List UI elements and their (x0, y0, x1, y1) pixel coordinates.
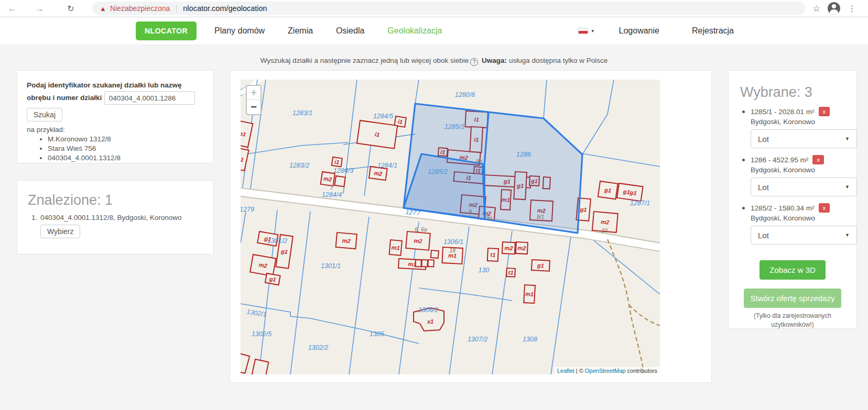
leaflet-map[interactable]: + − Leaflet | © OpenStreetMap contributo… (241, 80, 660, 374)
osm-link[interactable]: OpenStreetMap (585, 368, 626, 374)
address-number-label: 9 (469, 208, 472, 215)
parcel-number-label: 1283/1 (292, 109, 312, 117)
parcel-type-select[interactable]: Lot▼ (751, 178, 857, 196)
remove-parcel-button[interactable]: x (812, 155, 824, 164)
language-selector[interactable]: ▼ (578, 28, 595, 34)
address-number-label: 9/1 (537, 214, 545, 220)
forward-icon[interactable]: → (31, 3, 47, 14)
map-building (431, 250, 439, 258)
svg-text:g1: g1 (268, 275, 277, 283)
url-text: nlocator.com/geolocation (183, 4, 267, 13)
parcel-label: 1285/2 - 1580.34 m² (751, 204, 815, 212)
register-link[interactable]: Rejestracja (692, 26, 734, 36)
map-panel: + − Leaflet | © OpenStreetMap contributo… (230, 70, 712, 383)
address-number-label: 9b (476, 158, 482, 164)
svg-text:g1: g1 (537, 262, 544, 269)
nav-item-geolokalizacja[interactable]: Geolokalizacja (387, 26, 442, 36)
browser-menu-icon[interactable]: ⋮ (848, 4, 856, 14)
results-panel: Znalezione: 1 040304_4.0001.1312/8, Bydg… (17, 180, 214, 254)
brand-button[interactable]: NLOCATOR (136, 21, 197, 40)
svg-text:g1: g1 (579, 206, 587, 213)
poland-flag-icon (578, 28, 588, 34)
parcel-id-input[interactable] (104, 91, 195, 105)
parcel-number-label: 1283/2 (289, 162, 309, 169)
selected-parcel-item: 1285/2 - 1580.34 m²xBydgoski, KoronowoLo… (751, 203, 846, 245)
map-building: m2 (516, 242, 528, 254)
search-panel: Podaj identyfikator szukanej działki lub… (17, 70, 214, 163)
svg-text:g1: g1 (604, 186, 612, 194)
profile-avatar[interactable] (828, 2, 840, 15)
svg-text:x1: x1 (427, 318, 433, 325)
not-secure-label: Niezabezpieczona (110, 4, 170, 13)
map-building: g1 (598, 181, 618, 199)
parcel-label: 1285/1 - 2028.01 m² (751, 108, 815, 116)
zoom-in-button[interactable]: + (247, 86, 261, 100)
selected-parcel-item: 1285/1 - 2028.01 m²xBydgoski, KoronowoLo… (751, 107, 846, 148)
remove-parcel-button[interactable]: x (819, 203, 830, 213)
map-building: g1 (531, 260, 550, 271)
nav-item-plany-dom-w[interactable]: Plany domów (214, 26, 265, 36)
create-offer-button[interactable]: Stwórz ofertę sprzedaży (744, 289, 842, 308)
parcel-number-label: 1285/1 (444, 123, 464, 130)
parcel-number-label: 130 (479, 267, 490, 274)
examples-list: M.Koronowo 1312/8Stara Wieś 756040304_4.… (48, 135, 204, 162)
parcel-number-label: 1302/5 (252, 330, 272, 338)
nav-item-osiedla[interactable]: Osiedla (336, 26, 364, 36)
parcel-number-label: 1287/1 (630, 200, 650, 207)
bookmark-star-icon[interactable]: ☆ (812, 3, 820, 14)
parcel-type-select[interactable]: Lot▼ (751, 129, 857, 148)
map-zoom-control: + − (246, 85, 262, 115)
svg-text:t1: t1 (508, 269, 513, 275)
parcel-number-label: 1301/1 (321, 262, 341, 270)
url-bar[interactable]: ▲ Niezabezpieczona nlocator.com/geolocat… (92, 2, 805, 15)
example-item: M.Koronowo 1312/8 (48, 135, 204, 144)
select-result-button[interactable]: Wybierz (40, 225, 80, 238)
parcel-number-label: 1308 (523, 336, 537, 343)
results-list: 040304_4.0001.1312/8, Bydgoski, Koronowo… (39, 214, 204, 238)
not-secure-warning-icon: ▲ (100, 5, 106, 13)
leaflet-link[interactable]: Leaflet (557, 368, 574, 374)
svg-text:m2: m2 (601, 218, 610, 225)
login-link[interactable]: Logowanie (619, 26, 659, 36)
offer-note: (Tylko dla zarejestrowanych użytkowników… (739, 312, 846, 330)
map-building (421, 260, 428, 267)
map-building: p1 (241, 120, 253, 147)
parcel-number-label: 1307/2 (468, 336, 487, 343)
svg-text:m2: m2 (342, 237, 351, 244)
reload-icon[interactable]: ↻ (63, 4, 79, 14)
parcel-label: 1286 - 4522.95 m² (751, 156, 808, 164)
nav-item-ziemia[interactable]: Ziemia (288, 26, 313, 36)
address-number-label: 10 (601, 227, 607, 234)
view-3d-button[interactable]: Zobacz w 3D (760, 260, 826, 280)
parcel-number-label: 1284/5 (373, 113, 393, 120)
nav-menu: Plany domówZiemiaOsiedlaGeolokalizacja (214, 26, 442, 36)
svg-text:m2: m2 (323, 175, 332, 183)
svg-text:m2: m2 (374, 170, 383, 177)
back-icon[interactable]: ← (4, 3, 20, 14)
map-building (428, 260, 434, 267)
parcel-location: Bydgoski, Koronowo (751, 166, 846, 174)
parcel-number-label: 1279 (241, 206, 254, 213)
examples-label: na przykład: (27, 126, 204, 134)
example-item: Stara Wieś 756 (48, 144, 204, 153)
selected-title: Wybrane: 3 (740, 84, 846, 101)
parcel-number-label: 1301/2 (267, 237, 287, 245)
result-item: 040304_4.0001.1312/8, Bydgoski, Koronowo… (39, 214, 204, 238)
map-attribution: Leaflet | © OpenStreetMap contributors (555, 367, 660, 374)
help-icon[interactable]: ? (470, 58, 478, 66)
svg-text:m2: m2 (517, 245, 526, 251)
map-building: t1 (487, 248, 498, 261)
remove-parcel-button[interactable]: x (819, 107, 830, 116)
zoom-out-button[interactable]: − (247, 100, 261, 114)
map-building (334, 176, 345, 186)
parcel-location: Bydgoski, Koronowo (751, 214, 846, 222)
map-building: g1 (241, 148, 248, 171)
map-building: g1 (265, 273, 280, 285)
dashed-track-spur (629, 305, 660, 326)
site-navbar: NLOCATOR Plany domówZiemiaOsiedlaGeoloka… (0, 17, 868, 45)
parcel-number-label: 1284/3 (333, 167, 353, 174)
search-button[interactable]: Szukaj (27, 108, 62, 121)
svg-text:g1: g1 (280, 248, 288, 255)
parcel-type-select[interactable]: Lot▼ (751, 226, 857, 245)
instruction-text: Wyszukaj działki a następnie zaznacz jed… (0, 57, 868, 66)
